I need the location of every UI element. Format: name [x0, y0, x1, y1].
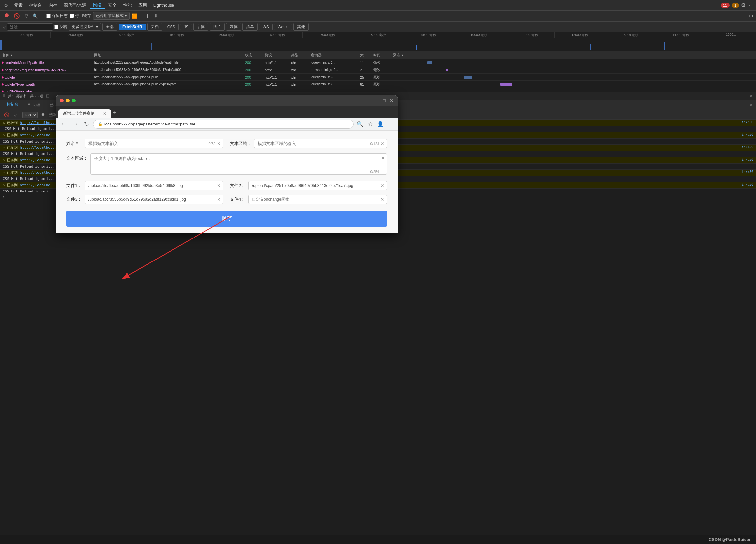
- browser-window-maximize-btn[interactable]: □: [383, 98, 386, 103]
- timeline-label-8000: 8000 毫秒: [353, 32, 403, 38]
- more-icon[interactable]: ⋮: [747, 3, 752, 8]
- address-bar[interactable]: 🔒 localhost:22222/page/pasteform/view.ht…: [93, 120, 354, 129]
- textarea1-clear-icon[interactable]: ✕: [380, 141, 384, 146]
- tab-close-icon[interactable]: ✕: [103, 111, 106, 116]
- topbar-item-memory[interactable]: 内存: [45, 2, 60, 8]
- filter-input[interactable]: [7, 23, 53, 31]
- file4-input[interactable]: [248, 195, 387, 204]
- search-button[interactable]: 🔍: [31, 13, 39, 19]
- console-level-select[interactable]: top: [22, 112, 38, 118]
- filter-tab-js[interactable]: JS: [180, 24, 192, 30]
- col-header-name[interactable]: 名称 ▼: [0, 53, 92, 57]
- name-input[interactable]: [85, 139, 223, 148]
- file3-clear-icon[interactable]: ✕: [217, 197, 221, 202]
- col-header-type[interactable]: 类型: [289, 53, 309, 57]
- console-tab-ai[interactable]: AI 助理: [24, 101, 44, 109]
- col-header-protocol[interactable]: 协议: [263, 53, 289, 57]
- table-row[interactable]: ⧫ readAddModel?path=file http://localhos…: [0, 59, 756, 66]
- col-header-time[interactable]: 时间: [371, 53, 391, 57]
- settings-panel-button[interactable]: ⚙: [749, 13, 753, 19]
- browser-window-minimize-btn[interactable]: —: [375, 98, 379, 103]
- console-eye-button[interactable]: 👁: [40, 112, 47, 118]
- settings-icon[interactable]: ⚙: [741, 2, 745, 8]
- name-clear-icon[interactable]: ✕: [217, 141, 221, 146]
- table-row[interactable]: ⧫ UpFile?type=abc: [0, 88, 756, 92]
- topbar-item-sources[interactable]: 源代码/来源: [60, 2, 90, 8]
- clear-button[interactable]: 🚫: [12, 12, 21, 20]
- name-counter: 0/32: [209, 142, 216, 146]
- topbar-item-elements[interactable]: 元素: [11, 2, 26, 8]
- table-row[interactable]: ⧫ UpFile http://localhost:22222/api/app/…: [0, 74, 756, 81]
- table-row[interactable]: ⧫ negotiate?requestUrl=http%3A%2F%2F... …: [0, 66, 756, 74]
- browser-tab-active[interactable]: 新增上传文件案例 ✕: [58, 109, 111, 118]
- warning-icon: ⚠: [3, 158, 5, 162]
- table-row[interactable]: ⧫ UpFile?type=xpath http://localhost:222…: [0, 81, 756, 88]
- save-button[interactable]: 保存: [66, 211, 387, 227]
- close-button[interactable]: ✕: [749, 93, 753, 99]
- export-button[interactable]: ⬇: [153, 13, 159, 19]
- section-handle[interactable]: ⠿: [3, 94, 5, 98]
- preserve-log-checkbox[interactable]: 保留日志: [46, 13, 68, 19]
- file2-input[interactable]: /upload/xpath/251bf0b8ad96640705b3413e24…: [248, 181, 387, 190]
- col-header-initiator[interactable]: 启动器: [309, 53, 358, 57]
- col-header-url[interactable]: 网址: [92, 53, 243, 57]
- browser-close-btn[interactable]: [60, 99, 64, 102]
- error-badge[interactable]: 11: [721, 3, 730, 8]
- browser-tabs-bar: 新增上传文件案例 ✕ +: [56, 106, 398, 118]
- browser-maximize-btn[interactable]: [72, 99, 76, 102]
- filter-tab-other[interactable]: 其他: [293, 23, 309, 31]
- topbar-item-security[interactable]: 安全: [105, 2, 120, 8]
- console-filter-button[interactable]: ▽: [12, 112, 18, 118]
- disable-cache-checkbox[interactable]: 停用缓存: [70, 13, 91, 19]
- console-clear-button[interactable]: 🚫: [3, 112, 11, 118]
- profile-button[interactable]: 👤: [376, 120, 385, 128]
- filter-tab-wasm[interactable]: Wasm: [274, 24, 292, 30]
- console-tab-console[interactable]: 控制台: [3, 101, 22, 109]
- col-header-status[interactable]: 状态: [243, 53, 263, 57]
- topbar-item-lighthouse[interactable]: Lighthouse: [150, 3, 178, 8]
- file2-clear-icon[interactable]: ✕: [380, 183, 384, 188]
- topbar-item-network[interactable]: 网络: [90, 2, 105, 9]
- col-header-size[interactable]: 大...: [358, 53, 371, 57]
- textarea1-input[interactable]: [254, 139, 387, 148]
- timeline-label-7000: 7000 毫秒: [302, 32, 353, 38]
- invert-checkbox[interactable]: 反转: [54, 24, 67, 30]
- file3-input[interactable]: /upload/abc/3555b5dd9d51d795a2d2adf129cc…: [85, 195, 223, 204]
- browser-window-close-btn[interactable]: ✕: [390, 98, 394, 103]
- filter-tab-css[interactable]: CSS: [164, 24, 179, 30]
- topbar-item-performance[interactable]: 性能: [120, 2, 135, 8]
- more-nav-button[interactable]: ⋮: [387, 120, 395, 128]
- filter-tab-img[interactable]: 图片: [210, 23, 225, 31]
- textarea2-input[interactable]: [90, 153, 387, 175]
- filter-tab-ws[interactable]: WS: [259, 24, 272, 30]
- file3-label: 文件3：: [66, 196, 82, 202]
- record-button[interactable]: [3, 12, 11, 20]
- search-nav-button[interactable]: 🔍: [355, 120, 365, 128]
- console-close-button[interactable]: ✕: [749, 102, 753, 108]
- topbar-item-application[interactable]: 应用: [135, 2, 150, 8]
- back-button[interactable]: ←: [58, 119, 68, 129]
- file4-clear-icon[interactable]: ✕: [380, 197, 384, 202]
- more-filters-button[interactable]: 更多过滤条件 ▾: [69, 23, 101, 31]
- textarea2-clear-icon[interactable]: ✕: [381, 155, 385, 161]
- reload-button[interactable]: ↻: [82, 119, 91, 129]
- filter-toggle-button[interactable]: ▽: [23, 13, 29, 19]
- import-button[interactable]: ⬆: [144, 13, 151, 19]
- col-header-waterfall[interactable]: 瀑布 ▼: [391, 53, 756, 57]
- filter-tab-media[interactable]: 媒体: [226, 23, 241, 31]
- filter-tab-doc[interactable]: 文档: [147, 23, 162, 31]
- throttle-dropdown[interactable]: 已停用节流模式 ▾: [93, 12, 130, 20]
- file1-input[interactable]: /upload/file/6eaadb568a1609b992fdd53e54f…: [85, 181, 223, 190]
- filter-tab-manifest[interactable]: 清单: [242, 23, 258, 31]
- new-tab-button[interactable]: +: [111, 109, 119, 116]
- forward-button[interactable]: →: [70, 119, 80, 129]
- file1-clear-icon[interactable]: ✕: [217, 183, 221, 188]
- bookmark-button[interactable]: ☆: [367, 120, 374, 128]
- warning-icon: ⚠: [3, 170, 5, 174]
- filter-tab-all[interactable]: 全部: [102, 23, 117, 31]
- warning-badge[interactable]: 1: [732, 3, 739, 8]
- filter-tab-fetchxhr[interactable]: Fetch/XHR: [119, 24, 146, 30]
- browser-minimize-btn[interactable]: [66, 99, 70, 102]
- topbar-item-console[interactable]: 控制台: [26, 2, 45, 8]
- filter-tab-font[interactable]: 字体: [193, 23, 208, 31]
